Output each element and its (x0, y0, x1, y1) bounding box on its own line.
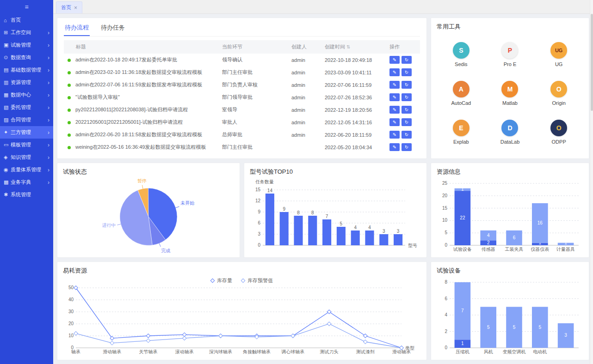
sidebar-item-business-dictionary[interactable]: ▩ 业务字典 › (0, 176, 53, 188)
row-step: 部门负责人审核 (218, 79, 288, 91)
chevron-right-icon: › (48, 79, 49, 86)
table-row[interactable]: weining在2022-05-16 16:36:49发起数据提交审核流程模板 … (64, 141, 420, 153)
row-title: weining在2022-05-16 16:36:49发起数据提交审核流程模板 (75, 144, 206, 150)
tool-ug[interactable]: UG UG (534, 42, 583, 67)
process-button[interactable]: ↻ (402, 68, 412, 76)
sidebar-item-data-center[interactable]: ▦ 数据中心 › (0, 89, 53, 101)
row-title: admin在2022-06-20 18:11:58发起数据提交审核流程模板 (75, 132, 202, 137)
tool-icon: UG (550, 42, 567, 59)
sidebar-item-resource-management[interactable]: ▥ 资源管理 › (0, 76, 53, 89)
edit-button[interactable]: ✎ (389, 81, 400, 89)
svg-text:3: 3 (564, 333, 567, 338)
tab-home[interactable]: 首页 × (56, 1, 82, 13)
sidebar-item-test-management[interactable]: ▣ 试验管理 › (0, 39, 53, 51)
edit-button[interactable]: ✎ (389, 106, 400, 114)
scrollbar-thumb[interactable] (591, 14, 593, 111)
tool-label: DataLab (500, 139, 520, 145)
process-button[interactable]: ↻ (402, 143, 412, 151)
svg-text:电动机: 电动机 (533, 349, 547, 354)
tool-matlab[interactable]: M Matlab (486, 81, 535, 106)
row-step: 部门领导审批 (218, 91, 288, 103)
svg-text:8: 8 (311, 210, 314, 215)
edit-button[interactable]: ✎ (389, 143, 400, 151)
menu-item-label: 基础数据管理 (11, 67, 46, 73)
legend-item[interactable]: 库存预警值 (241, 277, 273, 284)
row-step: 总师审批 (218, 128, 288, 141)
table-row[interactable]: admin在2022-10-18 20:49:17发起委托单审批 领导确认 ad… (64, 54, 420, 66)
edit-button[interactable]: ✎ (389, 131, 400, 139)
resource-info-bar-chart: 0510152025221试验设备24传感器6工装夹具116仪器仪表1计量器具 (437, 178, 583, 253)
sidebar-item-system-management[interactable]: ✱ 系统管理 (0, 188, 53, 201)
svg-text:8: 8 (297, 210, 300, 215)
tool-proe[interactable]: P Pro E (486, 42, 535, 67)
tab-todo-process[interactable]: 待办流程 (64, 22, 90, 36)
sidebar-item-template-management[interactable]: ▭ 模板管理 › (0, 139, 53, 151)
svg-text:风机: 风机 (484, 349, 493, 354)
sidebar-item-home[interactable]: ⌂ 首页 (0, 14, 53, 26)
legend-item[interactable]: 库存量 (211, 277, 232, 284)
table-row[interactable]: 20221205001[20221205001]-试验归档申请流程 审批人 ad… (64, 116, 420, 128)
tool-icon: A (453, 81, 469, 97)
edit-button[interactable]: ✎ (389, 56, 400, 64)
svg-text:角接触球轴承: 角接触球轴承 (243, 349, 271, 354)
svg-text:型号: 型号 (408, 243, 417, 248)
svg-text:20: 20 (442, 193, 448, 198)
tool-odpp[interactable]: O ODPP (534, 120, 583, 145)
scrollbar[interactable] (590, 0, 593, 364)
tool-explab[interactable]: E Explab (437, 120, 486, 145)
table-row[interactable]: admin在2023-02-10 11:36:18发起数据提交审核流程模板 部门… (64, 66, 420, 79)
row-title: admin在2022-07-06 16:11:59发起数据发布审核流程模板 (75, 82, 202, 87)
row-time: 2023-03-09 10:41:11 (321, 66, 386, 79)
svg-text:变频空调机: 变频空调机 (503, 349, 526, 354)
status-dot (68, 133, 71, 137)
sidebar-item-contract-management[interactable]: ▨ 合同管理 › (0, 114, 53, 126)
svg-text:任务数量: 任务数量 (255, 179, 274, 184)
menu-item-label: 数据查询 (11, 54, 46, 61)
tool-autocad[interactable]: A AutoCad (437, 81, 486, 106)
table-row[interactable]: py20221208011[20221208038]-试验归档申请流程 室领导 … (64, 103, 420, 116)
edit-button[interactable]: ✎ (389, 93, 400, 101)
process-button[interactable]: ↻ (402, 131, 412, 139)
edit-button[interactable]: ✎ (389, 68, 400, 76)
menu-item-icon: ✱ (4, 192, 11, 198)
tool-origin[interactable]: O Origin (534, 81, 583, 106)
sidebar-item-data-query[interactable]: ⊙ 数据查询 › (0, 51, 53, 64)
process-button[interactable]: ↻ (402, 56, 412, 64)
sort-icon[interactable]: ⇅ (346, 44, 350, 49)
tab-close-icon[interactable]: × (74, 5, 77, 11)
svg-text:9: 9 (283, 206, 285, 212)
sidebar-item-knowledge-management[interactable]: ◈ 知识管理 › (0, 151, 53, 164)
column-header-time[interactable]: 创建时间 ⇅ (321, 40, 386, 54)
process-button[interactable]: ↻ (402, 118, 412, 126)
tool-sedis[interactable]: S Sedis (437, 42, 486, 67)
edit-button[interactable]: ✎ (389, 118, 400, 126)
svg-text:6: 6 (258, 220, 260, 225)
menu-item-label: 系统管理 (11, 191, 48, 198)
process-button[interactable]: ↻ (402, 81, 412, 89)
menu-item-icon: ⌂ (4, 18, 11, 23)
table-row[interactable]: admin在2022-07-06 16:11:59发起数据发布审核流程模板 部门… (64, 79, 420, 91)
tool-label: UG (555, 61, 563, 67)
sidebar-item-workspace[interactable]: ⊞ 工作空间 › (0, 26, 53, 39)
row-creator: admin (288, 103, 321, 116)
menu-item-icon: ✦ (4, 129, 11, 135)
collapse-sidebar-button[interactable]: ≡ (0, 0, 53, 14)
menu-item-label: 质量体系管理 (11, 166, 46, 173)
menu-item-label: 资源管理 (11, 79, 46, 86)
test-status-card: 试验状态 暂停未开始完成进行中 (57, 163, 240, 258)
process-button[interactable]: ↻ (402, 106, 412, 114)
test-equipment-title: 试验设备 (437, 267, 583, 275)
table-row[interactable]: admin在2022-06-20 18:11:58发起数据提交审核流程模板 总师… (64, 128, 420, 141)
sidebar-item-base-data-management[interactable]: ▤ 基础数据管理 › (0, 64, 53, 76)
table-row[interactable]: "试验数据导入审核" 部门领导审批 admin 2022-07-26 18:52… (64, 91, 420, 103)
tab-todo-task[interactable]: 待办任务 (100, 22, 126, 36)
column-header-time-label: 创建时间 (325, 44, 345, 49)
sidebar-item-commission-management[interactable]: ▧ 委托管理 › (0, 101, 53, 114)
tool-label: Origin (552, 100, 565, 106)
process-button[interactable]: ↻ (402, 93, 412, 101)
tool-datalab[interactable]: D DataLab (486, 120, 535, 145)
sidebar-item-third-party-management[interactable]: ✦ 三方管理 › (0, 126, 53, 139)
svg-text:轴承: 轴承 (71, 349, 80, 354)
chevron-right-icon: › (48, 117, 49, 123)
sidebar-item-quality-system-management[interactable]: ◉ 质量体系管理 › (0, 164, 53, 176)
